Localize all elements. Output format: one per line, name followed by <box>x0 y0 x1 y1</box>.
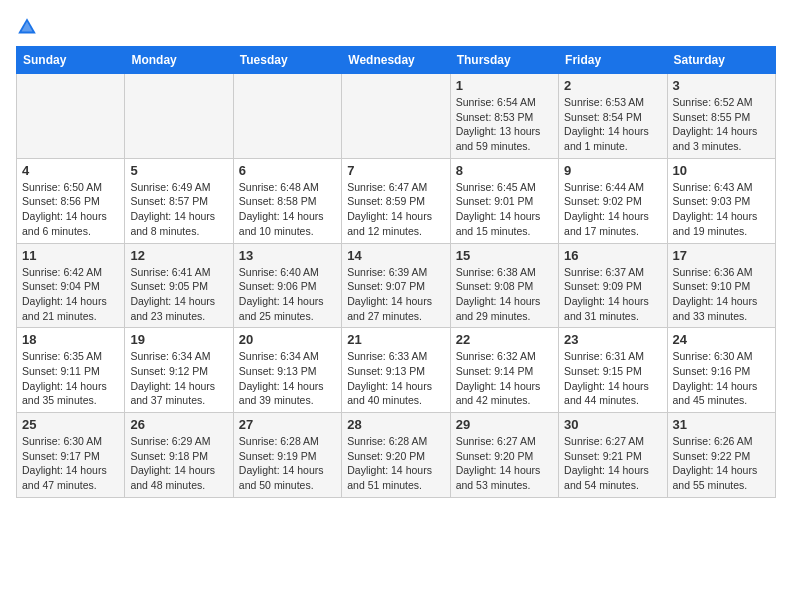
day-number: 29 <box>456 417 553 432</box>
day-info: Sunrise: 6:34 AM Sunset: 9:13 PM Dayligh… <box>239 349 336 408</box>
calendar-cell: 28Sunrise: 6:28 AM Sunset: 9:20 PM Dayli… <box>342 413 450 498</box>
day-info: Sunrise: 6:36 AM Sunset: 9:10 PM Dayligh… <box>673 265 770 324</box>
calendar-cell: 21Sunrise: 6:33 AM Sunset: 9:13 PM Dayli… <box>342 328 450 413</box>
calendar-cell: 23Sunrise: 6:31 AM Sunset: 9:15 PM Dayli… <box>559 328 667 413</box>
calendar-body: 1Sunrise: 6:54 AM Sunset: 8:53 PM Daylig… <box>17 74 776 498</box>
day-info: Sunrise: 6:42 AM Sunset: 9:04 PM Dayligh… <box>22 265 119 324</box>
calendar-table: SundayMondayTuesdayWednesdayThursdayFrid… <box>16 46 776 498</box>
calendar-cell: 9Sunrise: 6:44 AM Sunset: 9:02 PM Daylig… <box>559 158 667 243</box>
calendar-week-row: 11Sunrise: 6:42 AM Sunset: 9:04 PM Dayli… <box>17 243 776 328</box>
day-info: Sunrise: 6:38 AM Sunset: 9:08 PM Dayligh… <box>456 265 553 324</box>
day-info: Sunrise: 6:39 AM Sunset: 9:07 PM Dayligh… <box>347 265 444 324</box>
calendar-cell: 14Sunrise: 6:39 AM Sunset: 9:07 PM Dayli… <box>342 243 450 328</box>
calendar-cell: 22Sunrise: 6:32 AM Sunset: 9:14 PM Dayli… <box>450 328 558 413</box>
day-info: Sunrise: 6:45 AM Sunset: 9:01 PM Dayligh… <box>456 180 553 239</box>
calendar-cell: 20Sunrise: 6:34 AM Sunset: 9:13 PM Dayli… <box>233 328 341 413</box>
day-of-week-header: Thursday <box>450 47 558 74</box>
day-of-week-header: Sunday <box>17 47 125 74</box>
calendar-cell: 15Sunrise: 6:38 AM Sunset: 9:08 PM Dayli… <box>450 243 558 328</box>
calendar-cell: 12Sunrise: 6:41 AM Sunset: 9:05 PM Dayli… <box>125 243 233 328</box>
day-number: 11 <box>22 248 119 263</box>
day-number: 19 <box>130 332 227 347</box>
logo-icon <box>16 16 38 38</box>
day-info: Sunrise: 6:30 AM Sunset: 9:16 PM Dayligh… <box>673 349 770 408</box>
calendar-cell: 10Sunrise: 6:43 AM Sunset: 9:03 PM Dayli… <box>667 158 775 243</box>
day-info: Sunrise: 6:44 AM Sunset: 9:02 PM Dayligh… <box>564 180 661 239</box>
calendar-cell: 24Sunrise: 6:30 AM Sunset: 9:16 PM Dayli… <box>667 328 775 413</box>
day-info: Sunrise: 6:27 AM Sunset: 9:20 PM Dayligh… <box>456 434 553 493</box>
calendar-cell: 27Sunrise: 6:28 AM Sunset: 9:19 PM Dayli… <box>233 413 341 498</box>
calendar-cell <box>233 74 341 159</box>
logo <box>16 16 42 38</box>
calendar-cell: 29Sunrise: 6:27 AM Sunset: 9:20 PM Dayli… <box>450 413 558 498</box>
calendar-cell: 19Sunrise: 6:34 AM Sunset: 9:12 PM Dayli… <box>125 328 233 413</box>
calendar-cell: 11Sunrise: 6:42 AM Sunset: 9:04 PM Dayli… <box>17 243 125 328</box>
day-info: Sunrise: 6:31 AM Sunset: 9:15 PM Dayligh… <box>564 349 661 408</box>
day-of-week-header: Friday <box>559 47 667 74</box>
day-number: 1 <box>456 78 553 93</box>
calendar-week-row: 1Sunrise: 6:54 AM Sunset: 8:53 PM Daylig… <box>17 74 776 159</box>
days-of-week-row: SundayMondayTuesdayWednesdayThursdayFrid… <box>17 47 776 74</box>
day-number: 2 <box>564 78 661 93</box>
day-of-week-header: Saturday <box>667 47 775 74</box>
day-info: Sunrise: 6:47 AM Sunset: 8:59 PM Dayligh… <box>347 180 444 239</box>
day-info: Sunrise: 6:28 AM Sunset: 9:20 PM Dayligh… <box>347 434 444 493</box>
day-number: 30 <box>564 417 661 432</box>
day-number: 26 <box>130 417 227 432</box>
day-info: Sunrise: 6:54 AM Sunset: 8:53 PM Dayligh… <box>456 95 553 154</box>
day-number: 5 <box>130 163 227 178</box>
calendar-cell <box>17 74 125 159</box>
calendar-cell: 31Sunrise: 6:26 AM Sunset: 9:22 PM Dayli… <box>667 413 775 498</box>
day-info: Sunrise: 6:34 AM Sunset: 9:12 PM Dayligh… <box>130 349 227 408</box>
day-info: Sunrise: 6:26 AM Sunset: 9:22 PM Dayligh… <box>673 434 770 493</box>
day-number: 10 <box>673 163 770 178</box>
day-number: 16 <box>564 248 661 263</box>
day-number: 7 <box>347 163 444 178</box>
day-info: Sunrise: 6:40 AM Sunset: 9:06 PM Dayligh… <box>239 265 336 324</box>
day-number: 3 <box>673 78 770 93</box>
calendar-cell: 4Sunrise: 6:50 AM Sunset: 8:56 PM Daylig… <box>17 158 125 243</box>
day-info: Sunrise: 6:52 AM Sunset: 8:55 PM Dayligh… <box>673 95 770 154</box>
calendar-cell: 8Sunrise: 6:45 AM Sunset: 9:01 PM Daylig… <box>450 158 558 243</box>
calendar-cell: 30Sunrise: 6:27 AM Sunset: 9:21 PM Dayli… <box>559 413 667 498</box>
day-number: 6 <box>239 163 336 178</box>
calendar-cell: 26Sunrise: 6:29 AM Sunset: 9:18 PM Dayli… <box>125 413 233 498</box>
day-number: 13 <box>239 248 336 263</box>
day-info: Sunrise: 6:43 AM Sunset: 9:03 PM Dayligh… <box>673 180 770 239</box>
calendar-cell: 6Sunrise: 6:48 AM Sunset: 8:58 PM Daylig… <box>233 158 341 243</box>
calendar-cell: 25Sunrise: 6:30 AM Sunset: 9:17 PM Dayli… <box>17 413 125 498</box>
calendar-week-row: 18Sunrise: 6:35 AM Sunset: 9:11 PM Dayli… <box>17 328 776 413</box>
day-number: 22 <box>456 332 553 347</box>
day-info: Sunrise: 6:53 AM Sunset: 8:54 PM Dayligh… <box>564 95 661 154</box>
day-number: 20 <box>239 332 336 347</box>
day-info: Sunrise: 6:37 AM Sunset: 9:09 PM Dayligh… <box>564 265 661 324</box>
day-number: 14 <box>347 248 444 263</box>
day-number: 31 <box>673 417 770 432</box>
day-info: Sunrise: 6:30 AM Sunset: 9:17 PM Dayligh… <box>22 434 119 493</box>
day-info: Sunrise: 6:48 AM Sunset: 8:58 PM Dayligh… <box>239 180 336 239</box>
calendar-cell: 18Sunrise: 6:35 AM Sunset: 9:11 PM Dayli… <box>17 328 125 413</box>
calendar-cell: 1Sunrise: 6:54 AM Sunset: 8:53 PM Daylig… <box>450 74 558 159</box>
calendar-week-row: 25Sunrise: 6:30 AM Sunset: 9:17 PM Dayli… <box>17 413 776 498</box>
page-header <box>16 16 776 38</box>
day-number: 28 <box>347 417 444 432</box>
day-number: 23 <box>564 332 661 347</box>
day-number: 24 <box>673 332 770 347</box>
day-info: Sunrise: 6:41 AM Sunset: 9:05 PM Dayligh… <box>130 265 227 324</box>
day-number: 25 <box>22 417 119 432</box>
calendar-week-row: 4Sunrise: 6:50 AM Sunset: 8:56 PM Daylig… <box>17 158 776 243</box>
calendar-cell: 16Sunrise: 6:37 AM Sunset: 9:09 PM Dayli… <box>559 243 667 328</box>
day-number: 17 <box>673 248 770 263</box>
day-number: 27 <box>239 417 336 432</box>
calendar-cell: 3Sunrise: 6:52 AM Sunset: 8:55 PM Daylig… <box>667 74 775 159</box>
day-number: 21 <box>347 332 444 347</box>
calendar-cell: 5Sunrise: 6:49 AM Sunset: 8:57 PM Daylig… <box>125 158 233 243</box>
day-of-week-header: Wednesday <box>342 47 450 74</box>
day-info: Sunrise: 6:32 AM Sunset: 9:14 PM Dayligh… <box>456 349 553 408</box>
day-info: Sunrise: 6:33 AM Sunset: 9:13 PM Dayligh… <box>347 349 444 408</box>
day-info: Sunrise: 6:29 AM Sunset: 9:18 PM Dayligh… <box>130 434 227 493</box>
day-number: 4 <box>22 163 119 178</box>
calendar-cell: 17Sunrise: 6:36 AM Sunset: 9:10 PM Dayli… <box>667 243 775 328</box>
day-info: Sunrise: 6:27 AM Sunset: 9:21 PM Dayligh… <box>564 434 661 493</box>
day-info: Sunrise: 6:28 AM Sunset: 9:19 PM Dayligh… <box>239 434 336 493</box>
